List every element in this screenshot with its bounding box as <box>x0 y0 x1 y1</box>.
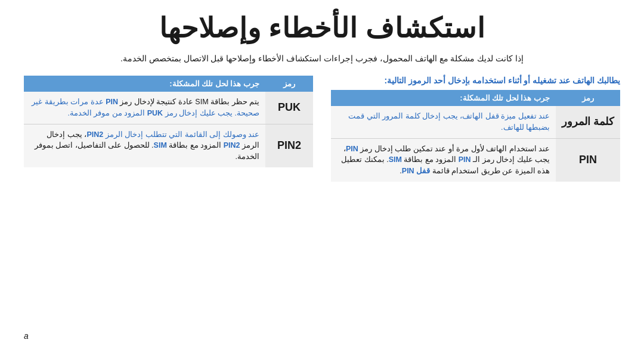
solution-cell: يتم حظر بطاقة SIM عادة كنتيجة لإدخال رمز… <box>24 92 265 124</box>
right-table: رمز جرب هذا لحل تلك المشكلة: كلمة المرور… <box>331 90 620 182</box>
right-header-code: رمز <box>556 90 620 106</box>
right-table-header-row: رمز جرب هذا لحل تلك المشكلة: <box>331 90 620 106</box>
right-section-heading: يطالبك الهاتف عند تشغيله أو أثناء استخدا… <box>331 76 620 85</box>
content-columns: يطالبك الهاتف عند تشغيله أو أثناء استخدا… <box>24 76 620 182</box>
solution-cell: عند وصولك إلى القائمة التي تتطلب إدخال ا… <box>24 124 265 167</box>
page-title: استكشاف الأخطاء وإصلاحها <box>24 12 620 44</box>
code-cell: PUK <box>265 92 313 124</box>
table-row: PIN2عند وصولك إلى القائمة التي تتطلب إدخ… <box>24 124 313 167</box>
left-header-code: رمز <box>265 76 313 92</box>
code-cell: PIN <box>556 138 620 182</box>
bottom-letter: a <box>24 331 29 341</box>
left-table: رمز جرب هذا لحل تلك المشكلة: PUKيتم حظر … <box>24 76 313 167</box>
page-subtitle: إذا كانت لديك مشكلة مع الهاتف المحمول، ف… <box>24 52 620 65</box>
right-header-solution: جرب هذا لحل تلك المشكلة: <box>331 90 556 106</box>
left-column: رمز جرب هذا لحل تلك المشكلة: PUKيتم حظر … <box>24 76 313 182</box>
table-row: كلمة المرورعند تفعيل ميزة قفل الهاتف، يج… <box>331 106 620 138</box>
left-header-solution: جرب هذا لحل تلك المشكلة: <box>24 76 265 92</box>
solution-cell: عند تفعيل ميزة قفل الهاتف، يجب إدخال كلم… <box>331 106 556 138</box>
page: استكشاف الأخطاء وإصلاحها إذا كانت لديك م… <box>0 0 644 349</box>
right-column: يطالبك الهاتف عند تشغيله أو أثناء استخدا… <box>331 76 620 182</box>
code-cell: كلمة المرور <box>556 106 620 138</box>
left-table-header-row: رمز جرب هذا لحل تلك المشكلة: <box>24 76 313 92</box>
code-cell: PIN2 <box>265 124 313 167</box>
solution-cell: عند استخدام الهاتف لأول مرة أو عند تمكين… <box>331 138 556 182</box>
table-row: PUKيتم حظر بطاقة SIM عادة كنتيجة لإدخال … <box>24 92 313 124</box>
left-table-body: PUKيتم حظر بطاقة SIM عادة كنتيجة لإدخال … <box>24 92 313 167</box>
table-row: PINعند استخدام الهاتف لأول مرة أو عند تم… <box>331 138 620 182</box>
right-table-body: كلمة المرورعند تفعيل ميزة قفل الهاتف، يج… <box>331 106 620 182</box>
